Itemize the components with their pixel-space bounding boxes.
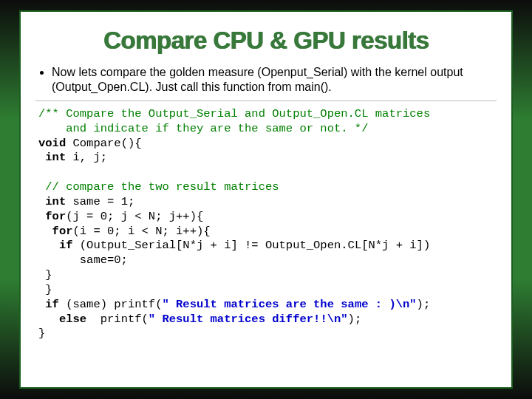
code-block: /** Compare the Output_Serial and Output… [35, 100, 497, 341]
code-text: (Output_Serial[N*j + i] != Output_Open.C… [73, 239, 431, 252]
code-text: } [38, 327, 45, 340]
slide-title: Compare CPU & GPU results [35, 27, 497, 55]
code-string: " Result matrices are the same : )\n" [162, 298, 416, 311]
code-text: printf( [86, 313, 149, 326]
slide: Compare CPU & GPU results Now lets compa… [0, 0, 532, 399]
code-comment: /** Compare the Output_Serial and Output… [38, 107, 430, 120]
bullet-item: Now lets compare the golden measure (Ope… [52, 65, 497, 95]
code-text: (j = 0; j < N; j++){ [66, 210, 203, 223]
code-text: } [38, 268, 52, 282]
code-keyword: for [38, 225, 73, 238]
code-text: same=0; [38, 253, 128, 267]
code-keyword: int [38, 195, 66, 208]
code-text: same = 1; [66, 195, 134, 208]
code-text: (same) printf( [59, 298, 163, 311]
code-text: } [38, 283, 52, 296]
slide-inner: Compare CPU & GPU results Now lets compa… [19, 10, 513, 389]
code-text: i, j; [66, 151, 107, 164]
code-keyword: if [38, 239, 73, 252]
code-keyword: else [38, 313, 86, 326]
code-text: ); [348, 313, 362, 326]
code-keyword: for [38, 210, 66, 223]
code-string: " Result matrices differ!!\n" [149, 313, 348, 326]
bullet-list: Now lets compare the golden measure (Ope… [52, 65, 497, 95]
code-keyword: int [38, 151, 66, 164]
code-comment: and indicate if they are the same or not… [38, 122, 368, 135]
code-comment: // compare the two result matrices [38, 180, 279, 194]
code-text: (i = 0; i < N; i++){ [73, 225, 211, 238]
code-text: Compare(){ [66, 137, 141, 150]
code-keyword: void [38, 137, 66, 150]
code-text: ); [417, 298, 431, 311]
code-keyword: if [38, 298, 59, 311]
